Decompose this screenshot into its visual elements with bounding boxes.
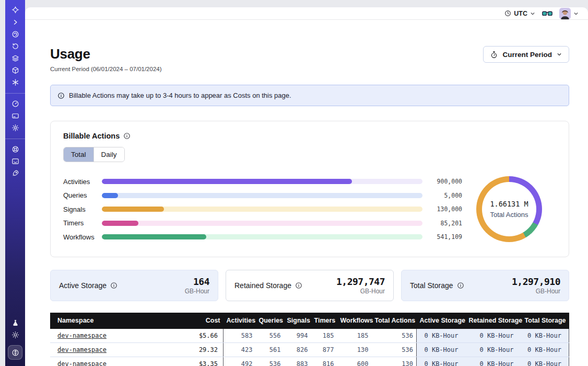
table-row: dev-namespace $5.66 583 556 994 185 185 …	[50, 329, 569, 343]
temporal-logo[interactable]	[8, 5, 22, 15]
cell-activities: 492	[224, 357, 256, 366]
col-namespace: Namespace	[50, 313, 180, 329]
namespace-link[interactable]: dev-namespace	[57, 332, 107, 339]
bar-row-queries: Queries 5,000	[63, 189, 462, 203]
cell-queries: 556	[256, 329, 284, 343]
bar-value: 541,109	[429, 233, 462, 241]
bar-track	[102, 234, 422, 239]
info-icon[interactable]	[457, 282, 464, 289]
cell-queries: 536	[256, 357, 284, 366]
page-title: Usage	[50, 46, 162, 62]
bar-label: Workflows	[63, 233, 102, 241]
usage-icon[interactable]	[8, 99, 22, 109]
tab-daily[interactable]: Daily	[93, 147, 124, 162]
bar-value: 85,201	[429, 220, 462, 227]
cell-total-actions: 536	[372, 343, 417, 357]
period-button-label: Current Period	[502, 51, 552, 59]
col-queries: Queries	[256, 313, 284, 329]
labs-icon[interactable]	[8, 318, 22, 328]
cell-retained-storage: 0 KB-Hour	[466, 329, 521, 343]
cell-timers: 185	[311, 329, 337, 343]
total-daily-toggle: Total Daily	[63, 147, 125, 162]
total-actions-label: Total Actions	[490, 211, 528, 219]
total-actions-value: 1.66131 M	[490, 200, 528, 208]
cell-total-actions: 130	[372, 357, 417, 366]
total-storage-label: Total Storage	[410, 281, 453, 290]
getting-started-icon[interactable]	[8, 168, 22, 178]
total-storage-value: 1,297,910	[512, 276, 560, 287]
col-retained-storage: Retained Storage	[466, 313, 521, 329]
page-title-block: Usage Current Period (06/01/2024 – 07/01…	[50, 46, 162, 72]
namespace-usage-table: Namespace Cost Activities Queries Signal…	[50, 313, 569, 366]
layers-icon[interactable]	[8, 53, 22, 63]
billable-actions-title: Billable Actions	[63, 132, 120, 140]
banner-text: Billable Actions may take up to 3-4 hour…	[69, 92, 291, 99]
theme-icon[interactable]	[8, 330, 22, 340]
namespace-link[interactable]: dev-namespace	[57, 346, 107, 353]
history-icon[interactable]	[8, 41, 22, 51]
support-icon[interactable]	[8, 144, 22, 154]
cell-cost: $3.35	[180, 357, 224, 366]
table-row: dev-namespace 29.32 423 561 826 877 130 …	[50, 343, 569, 357]
bar-fill	[102, 234, 206, 239]
cell-timers: 877	[311, 343, 337, 357]
cell-active-storage: 0 KB-Hour	[417, 343, 466, 357]
bar-fill	[102, 179, 352, 184]
active-storage-label: Active Storage	[59, 281, 107, 290]
batch-icon[interactable]	[8, 77, 22, 87]
user-menu[interactable]	[559, 8, 579, 19]
info-icon[interactable]	[110, 282, 117, 289]
namespaces-icon[interactable]	[8, 29, 22, 39]
cell-active-storage: 0 KB-Hour	[417, 329, 466, 343]
total-storage-card: Total Storage 1,297,910 GB-Hour	[401, 270, 569, 301]
cell-signals: 826	[284, 343, 311, 357]
namespace-link[interactable]: dev-namespace	[57, 360, 107, 366]
bar-label: Timers	[63, 219, 102, 227]
chevron-down-icon	[573, 11, 579, 16]
cell-signals: 883	[284, 357, 311, 366]
bar-row-activities: Activities 900,000	[63, 175, 462, 189]
chevron-down-icon	[557, 52, 562, 57]
settings-icon[interactable]	[8, 123, 22, 133]
bar-track	[102, 221, 422, 226]
app-window: UTC Usage Current Period (06/01/2024 – 0…	[25, 7, 588, 366]
expand-icon[interactable]	[8, 17, 22, 27]
bar-label: Queries	[63, 191, 102, 199]
feedback-icon[interactable]	[8, 156, 22, 166]
tab-total[interactable]: Total	[64, 147, 93, 162]
bar-label: Activities	[63, 178, 102, 186]
bar-row-timers: Timers 85,201	[63, 216, 462, 231]
cell-cost: $5.66	[180, 329, 224, 343]
cell-total-actions: 536	[372, 329, 417, 343]
cell-activities: 583	[224, 329, 256, 343]
retained-storage-unit: GB-Hour	[336, 288, 385, 295]
billing-icon[interactable]	[8, 111, 22, 121]
timezone-selector[interactable]: UTC	[504, 10, 535, 17]
table-header-row: Namespace Cost Activities Queries Signal…	[50, 313, 569, 329]
info-icon[interactable]	[123, 132, 131, 140]
bar-fill	[102, 207, 164, 212]
bar-label: Signals	[63, 205, 102, 213]
cell-retained-storage: 0 KB-Hour	[466, 343, 521, 357]
cell-retained-storage: 0 KB-Hour	[466, 357, 521, 366]
col-activities: Activities	[224, 313, 256, 329]
bar-track	[102, 193, 422, 198]
cell-cost: 29.32	[180, 343, 224, 357]
deployments-icon[interactable]	[8, 65, 22, 75]
topbar: UTC	[25, 7, 588, 20]
avatar	[559, 8, 571, 19]
pricing-icon[interactable]	[8, 345, 22, 360]
info-icon[interactable]	[295, 282, 302, 289]
retained-storage-value: 1,297,747	[336, 276, 385, 287]
bar-value: 5,000	[429, 192, 462, 199]
bar-track	[102, 179, 422, 184]
sidebar-divider	[5, 139, 25, 139]
bar-row-workflows: Workflows 541,109	[63, 230, 462, 244]
col-total-storage: Total Storage	[521, 313, 569, 329]
period-dropdown-button[interactable]: Current Period	[483, 46, 569, 63]
glasses-icon[interactable]	[542, 10, 552, 17]
page-subtitle: Current Period (06/01/2024 – 07/01/2024)	[50, 66, 162, 72]
bar-value: 900,000	[429, 178, 462, 185]
retained-storage-label: Retained Storage	[234, 281, 291, 290]
cell-queries: 561	[256, 343, 284, 357]
